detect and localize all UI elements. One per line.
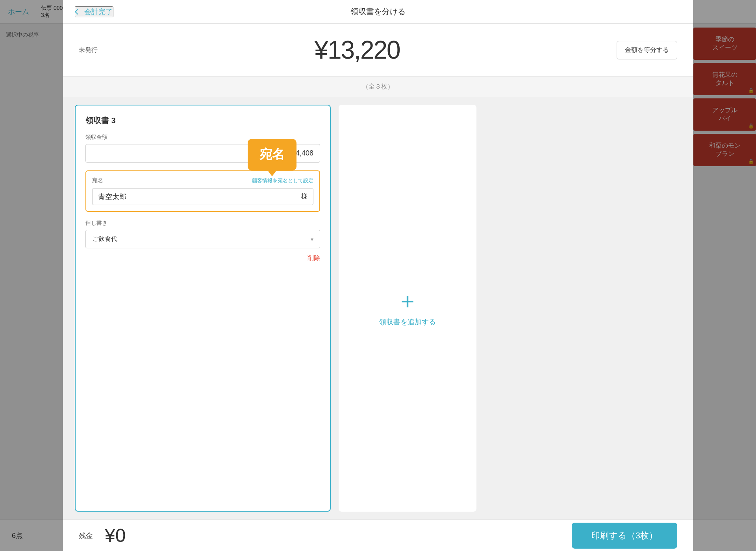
amount-section: 未発行 ¥13,220 金額を等分する — [63, 24, 693, 77]
add-receipt-label: 領収書を追加する — [379, 317, 436, 327]
addressee-input[interactable] — [98, 192, 298, 201]
back-button[interactable]: 会計完了 — [75, 6, 113, 17]
balance-value: ¥0 — [105, 525, 126, 546]
footer-balance: 残金 ¥0 — [79, 525, 126, 546]
memo-select-value: ご飲食代 — [92, 235, 117, 243]
addressee-section: 宛名 顧客情報を宛名として設定 様 — [85, 170, 320, 212]
addressee-suffix: 様 — [301, 192, 308, 201]
addressee-input-row: 様 — [92, 188, 313, 205]
modal-header: 会計完了 領収書を分ける — [63, 0, 693, 24]
receipts-area: 領収書 3 領収金額 宛名 宛名 顧客情報を宛名として設定 — [63, 97, 693, 520]
addressee-label: 宛名 — [92, 177, 103, 184]
receipt-card-title: 領収書 3 — [85, 115, 320, 126]
tooltip-text: 宛名 — [259, 147, 285, 161]
addressee-header: 宛名 顧客情報を宛名として設定 — [92, 177, 313, 184]
add-receipt-area[interactable]: + 領収書を追加する — [339, 105, 476, 512]
modal-footer: 残金 ¥0 印刷する（3枚） — [63, 520, 693, 551]
total-amount: ¥13,220 — [314, 35, 400, 65]
chevron-left-icon — [75, 9, 80, 14]
memo-field-label: 但し書き — [85, 220, 320, 227]
amount-status-label: 未発行 — [79, 46, 98, 54]
modal-body: 未発行 ¥13,220 金額を等分する （全３枚） 領収書 3 領収金額 宛名 — [63, 24, 693, 520]
balance-label: 残金 — [79, 531, 93, 540]
addressee-set-customer-link[interactable]: 顧客情報を宛名として設定 — [252, 177, 313, 184]
equal-split-button[interactable]: 金額を等分する — [617, 41, 677, 59]
receipt-card-3: 領収書 3 領収金額 宛名 宛名 顧客情報を宛名として設定 — [75, 105, 331, 512]
print-button[interactable]: 印刷する（3枚） — [572, 523, 677, 549]
delete-receipt-link[interactable]: 削除 — [85, 254, 320, 263]
modal-title: 領収書を分ける — [350, 6, 406, 17]
back-button-label: 会計完了 — [84, 7, 113, 17]
add-receipt-plus-icon: + — [400, 290, 414, 313]
receipt-split-modal: 会計完了 領収書を分ける 未発行 ¥13,220 金額を等分する （全３枚） 領… — [63, 0, 693, 551]
memo-select-row[interactable]: ご飲食代 ▾ — [85, 230, 320, 248]
addressee-wrapper: 宛名 宛名 顧客情報を宛名として設定 様 — [85, 170, 320, 212]
tooltip-bubble: 宛名 — [248, 139, 296, 170]
chevron-down-icon: ▾ — [311, 236, 313, 242]
receipts-count: （全３枚） — [63, 77, 693, 97]
